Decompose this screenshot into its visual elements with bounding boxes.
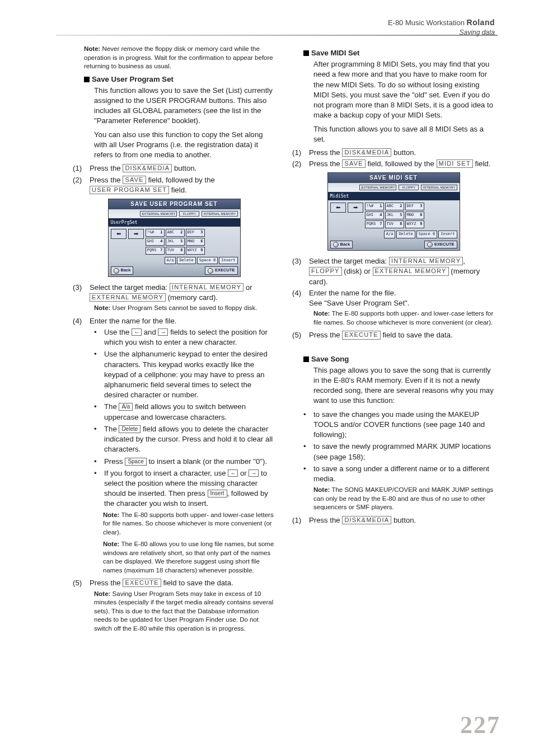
media-internal-memory[interactable]: INTERNAL MEMORY [202,211,237,217]
keypad-key[interactable]: WXYZ9 [186,247,205,255]
page: E-80 Music Workstation Roland Saving dat… [0,0,534,756]
bullet-text: The Delete field allows you to delete th… [104,424,275,455]
media-floppy[interactable]: FLOPPY [399,185,419,190]
footer-row: Back EXECUTE [328,240,460,250]
note: Note: The E-80 allows you to use long fi… [73,540,275,575]
delete-button[interactable]: Delete [396,231,415,238]
step-text: Press the EXECUTE field to save the data… [309,330,453,340]
step-text: Select the target media: INTERNAL MEMORY… [90,283,275,303]
note: Note: The E-80 supports both upper- and … [292,309,495,327]
step-number: (2) [292,159,305,169]
step-number: (5) [292,330,305,340]
note-text: The E-80 allows you to use long file nam… [103,541,274,574]
page-header: E-80 Music Workstation Roland Saving dat… [388,18,495,37]
heading-save-user-program-set: Save User Program Set [73,74,275,84]
keypad-key[interactable]: PQRS7 [365,220,384,228]
keypad-key[interactable]: GHI4 [365,212,384,219]
keypad-key[interactable]: DEF3 [405,203,424,210]
note: Note: The E-80 supports both upper- and … [73,511,275,537]
keypad-key[interactable]: TUV8 [166,247,185,255]
back-button[interactable]: Back [111,266,134,274]
keypad-key[interactable]: MNO6 [405,212,424,219]
bullet: • Use the alphanumeric keypad to enter t… [73,349,275,400]
keypad-key[interactable]: !%#1 [146,229,165,237]
execute-button[interactable]: EXECUTE [424,241,457,248]
keypad-key[interactable]: ABC2 [166,229,185,237]
heading-text: Save MIDI Set [311,49,360,57]
keypad-key[interactable]: WXYZ9 [405,220,424,228]
screenshot-title: SAVE USER PROGRAM SET [109,199,240,209]
edit-row: A/a Delete Space 0 Insert [109,257,240,266]
delete-button-label: Delete [119,425,140,433]
note-label: Note: [103,541,119,547]
keypad-key[interactable]: JKL5 [166,238,185,246]
note-label: Note: [313,486,330,493]
insert-button[interactable]: Insert [219,257,237,265]
case-toggle-button[interactable]: A/a [384,231,396,238]
space-button-label: Space [125,458,146,466]
case-toggle-button[interactable]: A/a [165,257,176,265]
media-internal-memory[interactable]: INTERNAL MEMORY [421,185,457,190]
keypad-key[interactable]: MNO6 [186,238,205,246]
media-external-memory[interactable]: EXTERNAL MEMORY [140,211,177,217]
step-text: Press the SAVE field, followed by the US… [90,175,215,195]
bullet: • The Delete field allows you to delete … [73,424,275,455]
step-text: Enter the name for the file. [90,316,176,326]
media-floppy[interactable]: FLOPPY [179,211,199,217]
bullet-dot: • [94,349,100,400]
arrow-right-button[interactable]: ➡ [128,229,144,239]
bullet-dot: • [94,424,100,455]
arrow-right-button[interactable]: ➡ [348,203,363,213]
bullet: • If you forgot to insert a character, u… [73,468,275,509]
circle-icon [208,268,213,274]
bullet-text: The A/a field allows you to switch betwe… [104,402,275,422]
bullet: • The A/a field allows you to switch bet… [73,402,275,422]
arrow-left-button[interactable]: ⬅ [330,203,346,213]
media-external-memory[interactable]: EXTERNAL MEMORY [359,185,396,190]
space-button[interactable]: Space 0 [416,231,438,238]
bullet-text: to save the newly programmed MARK JUMP l… [313,442,495,462]
note-text: The SONG MAKEUP/COVER and MARK JUMP sett… [313,486,493,510]
footer-row: Back EXECUTE [109,265,240,276]
keypad-area: ⬅ ➡ !%#1 ABC2 DEF3 GHI4 JKL5 MNO6 PQRS7 … [109,227,240,257]
keypad-area: ⬅ ➡ !%#1 ABC2 DEF3 GHI4 JKL5 MNO6 PQRS7 … [328,200,460,231]
keypad-key[interactable]: PQRS7 [146,247,165,255]
aa-button-label: A/a [119,403,133,411]
left-column: Note: Never remove the floppy disk or me… [73,45,275,636]
paragraph: This function allows you to save the Set… [73,86,275,126]
step-2: (2) Press the SAVE field, followed by th… [292,159,495,169]
bullet-text: to save the changes you made using the M… [313,410,495,440]
filename-field[interactable]: UserPrgSet [109,218,240,227]
execute-button[interactable]: EXECUTE [205,266,237,274]
filename-field[interactable]: MidiSet [328,192,460,200]
step-3: (3) Select the target media: INTERNAL ME… [292,256,495,287]
figure-save-midi-set: SAVE MIDI SET EXTERNAL MEMORY FLOPPY INT… [292,172,495,251]
step-1: (1) Press the DISK&MEDIA button. [292,148,495,158]
heading-save-song: Save Song [292,354,495,364]
step-number: (3) [292,256,305,287]
circle-icon [427,242,433,247]
keypad-key[interactable]: DEF3 [186,229,205,237]
user-program-set-button-label: USER PROGRAM SET [90,186,169,194]
bullet: • to save a song under a different name … [292,464,495,484]
arrow-left-button[interactable]: ⬅ [111,229,127,239]
arrow-right-icon: → [158,328,168,336]
insert-button[interactable]: Insert [438,231,457,238]
keypad-key[interactable]: ABC2 [385,203,404,210]
delete-button[interactable]: Delete [177,257,195,265]
bullet-dot: • [94,327,100,348]
step-2: (2) Press the SAVE field, followed by th… [73,175,275,195]
keypad-key[interactable]: !%#1 [365,203,384,210]
keypad-key[interactable]: GHI4 [146,238,165,246]
keypad-key[interactable]: JKL5 [385,212,404,219]
space-button[interactable]: Space 0 [197,257,218,265]
step-3-note: Note: User Program Sets cannot be saved … [73,304,275,313]
keypad-key[interactable]: TUV8 [385,220,404,228]
back-button[interactable]: Back [330,241,353,248]
bullet-dot: • [94,468,100,509]
bullet-dot: • [303,410,309,440]
save-button-label: SAVE [342,159,365,168]
page-number: 227 [460,711,500,739]
bullet-dot: • [94,402,100,422]
bullet-text: If you forgot to insert a character, use… [104,468,275,509]
